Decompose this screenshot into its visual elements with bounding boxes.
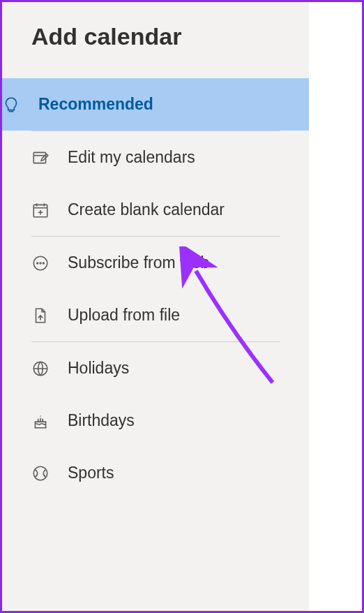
menu-item-label: Subscribe from web xyxy=(68,253,209,272)
menu-item-label: Upload from file xyxy=(68,306,180,325)
edit-calendar-icon xyxy=(31,149,50,167)
page-title: Add calendar xyxy=(2,23,309,78)
menu-item-holidays[interactable]: Holidays xyxy=(31,342,280,394)
add-calendar-panel: Add calendar Recommended Edit my calenda… xyxy=(2,2,309,611)
menu-item-label: Holidays xyxy=(68,359,129,378)
menu-item-birthdays[interactable]: Birthdays xyxy=(31,394,280,447)
menu-item-create-blank[interactable]: Create blank calendar xyxy=(31,184,280,236)
menu-item-upload-file[interactable]: Upload from file xyxy=(31,289,280,341)
menu-group-import: Subscribe from web Upload from file xyxy=(31,236,280,341)
menu-item-label: Sports xyxy=(68,464,114,482)
menu-item-sports[interactable]: Sports xyxy=(31,447,280,499)
menu-item-label: Create blank calendar xyxy=(68,200,225,219)
menu: Recommended Edit my calendars Create bla… xyxy=(2,78,309,499)
menu-group-recommended: Recommended xyxy=(2,78,309,131)
sports-icon xyxy=(31,464,50,482)
dialog-frame: Add calendar Recommended Edit my calenda… xyxy=(0,0,364,613)
web-icon xyxy=(31,254,50,272)
svg-rect-0 xyxy=(33,152,45,163)
menu-item-recommended[interactable]: Recommended xyxy=(2,78,309,131)
menu-group-edit-create: Edit my calendars Create blank calendar xyxy=(31,131,280,236)
globe-icon xyxy=(31,360,50,378)
svg-point-4 xyxy=(40,263,41,264)
menu-group-categories: Holidays Birthdays Sports xyxy=(31,341,280,499)
svg-point-5 xyxy=(43,263,44,264)
menu-item-label: Birthdays xyxy=(68,411,135,430)
cake-icon xyxy=(31,412,50,430)
svg-point-7 xyxy=(33,466,47,480)
menu-item-label: Edit my calendars xyxy=(68,148,195,167)
svg-point-3 xyxy=(37,263,38,264)
menu-item-edit-calendars[interactable]: Edit my calendars xyxy=(31,131,280,184)
calendar-plus-icon xyxy=(31,201,50,219)
lightbulb-icon xyxy=(2,96,20,114)
menu-item-subscribe-web[interactable]: Subscribe from web xyxy=(31,237,280,289)
file-upload-icon xyxy=(31,306,50,325)
menu-item-label: Recommended xyxy=(38,95,153,114)
